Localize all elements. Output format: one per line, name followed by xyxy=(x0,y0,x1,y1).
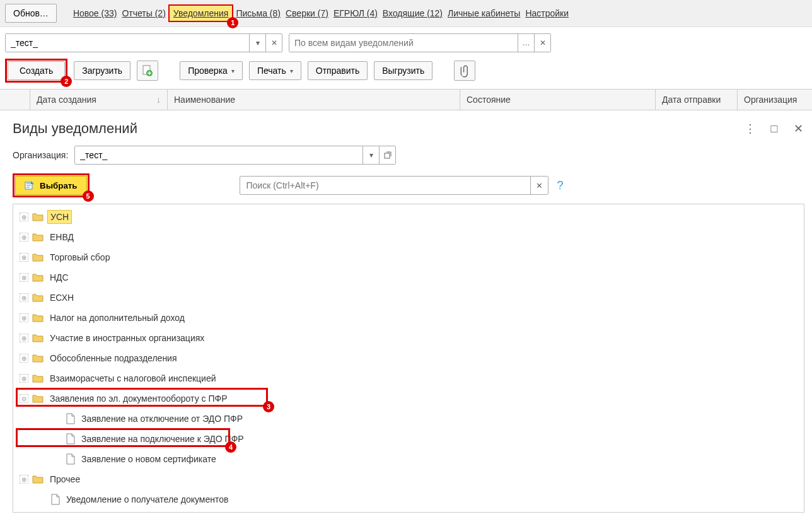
org-filter-input[interactable] xyxy=(6,34,249,52)
tree-folder[interactable]: ⊕НДС xyxy=(13,267,804,288)
expander-icon[interactable]: ⊕ xyxy=(20,233,28,242)
maximize-icon[interactable]: □ xyxy=(768,122,780,135)
tree-label: Заявление на отключение от ЭДО ПФР xyxy=(79,412,245,425)
dialog-search-input[interactable] xyxy=(240,178,530,193)
tree-label: Уведомление о получателе документов xyxy=(64,493,231,506)
expander-icon[interactable]: ⊕ xyxy=(20,293,28,302)
add-from-file-button[interactable] xyxy=(137,61,158,81)
help-icon[interactable]: ? xyxy=(557,179,564,192)
tree-folder[interactable]: ⊕Налог на дополнительный доход xyxy=(13,308,804,328)
type-filter-more[interactable]: … xyxy=(518,34,534,52)
attach-button[interactable] xyxy=(454,61,475,81)
tree-folder[interactable]: ⊕Обособленные подразделения xyxy=(13,348,804,368)
dialog-action-row: Выбрать 5 ✕ ? xyxy=(13,173,804,197)
expander-icon[interactable]: ⊕ xyxy=(20,213,28,221)
callout-5: 5 xyxy=(83,190,94,202)
nav-link-notifications[interactable]: Уведомления1 xyxy=(168,4,234,22)
send-button[interactable]: Отправить xyxy=(308,61,368,80)
export-button[interactable]: Выгрузить xyxy=(374,61,432,80)
dialog-org-field: ▾ xyxy=(74,146,396,165)
filter-row: ▾ ✕ … ✕ xyxy=(0,27,812,59)
tree-folder[interactable]: ⊕Прочее xyxy=(13,469,804,489)
type-filter: … ✕ xyxy=(289,33,551,52)
callout-4: 4 xyxy=(225,441,236,453)
dialog-org-label: Организация: xyxy=(13,150,71,160)
close-icon[interactable]: ✕ xyxy=(792,122,804,135)
select-icon xyxy=(25,180,35,190)
org-filter-clear[interactable]: ✕ xyxy=(265,34,282,52)
nav-link-reports[interactable]: Отчеты (2) xyxy=(119,8,168,18)
svg-rect-2 xyxy=(385,153,390,158)
nav-link-inbox[interactable]: Входящие (12) xyxy=(380,8,445,18)
th-date-sent[interactable]: Дата отправки xyxy=(656,90,738,110)
nav-link-cabinets[interactable]: Личные кабинеты xyxy=(445,8,523,18)
expander-icon[interactable]: ⊕ xyxy=(20,273,28,282)
toolbar: Создать 2 Загрузить Проверка Печать Отпр… xyxy=(0,59,812,89)
notification-types-dialog: Виды уведомлений ⋮ □ ✕ Организация: ▾ Вы… xyxy=(13,120,804,513)
tree-label: Заявления по эл. документообороту с ПФР xyxy=(47,392,229,405)
document-plus-icon xyxy=(142,65,153,76)
callout-3: 3 xyxy=(263,401,274,412)
load-button[interactable]: Загрузить xyxy=(74,61,130,80)
th-state[interactable]: Состояние xyxy=(460,90,656,110)
dialog-search-clear[interactable]: ✕ xyxy=(530,177,548,194)
print-button[interactable]: Печать xyxy=(249,61,301,80)
type-filter-clear[interactable]: ✕ xyxy=(534,34,550,52)
paperclip-icon xyxy=(457,62,473,78)
tree-label: Участие в иностранных организациях xyxy=(47,332,207,344)
check-button[interactable]: Проверка xyxy=(180,61,243,80)
expander-icon[interactable]: ⊕ xyxy=(20,313,28,322)
expander-icon[interactable]: ⊕ xyxy=(20,374,28,383)
update-button[interactable]: Обнов… xyxy=(5,4,57,23)
dialog-org-input[interactable] xyxy=(75,146,362,164)
dialog-title: Виды уведомлений xyxy=(13,120,137,137)
nav-link-egrul[interactable]: ЕГРЮЛ (4) xyxy=(331,8,380,18)
expander-icon[interactable]: ⊕ xyxy=(20,475,28,484)
th-name[interactable]: Наименование xyxy=(168,90,460,110)
type-filter-input[interactable] xyxy=(289,34,518,52)
nav-link-settings[interactable]: Настройки xyxy=(523,8,571,18)
th-org[interactable]: Организация xyxy=(738,90,812,110)
nav-link-new[interactable]: Новое (33) xyxy=(71,8,120,18)
tree-folder[interactable]: ⊕УСН xyxy=(13,207,804,227)
tree-item[interactable]: Заявление о новом сертификате xyxy=(13,449,804,469)
dialog-org-dropdown[interactable]: ▾ xyxy=(362,146,379,164)
tree-label: Заявление о новом сертификате xyxy=(79,453,219,465)
expander-icon[interactable]: ⊕ xyxy=(20,334,28,342)
tree-container[interactable]: ⊕УСН⊕ЕНВД⊕Торговый сбор⊕НДС⊕ЕСХН⊕Налог н… xyxy=(13,204,804,513)
tree-folder[interactable]: ⊕Торговый сбор xyxy=(13,247,804,267)
open-icon xyxy=(384,151,392,159)
tree-label: Прочее xyxy=(47,473,83,486)
tree-folder[interactable]: ⊕ЕНВД xyxy=(13,227,804,247)
tree-folder[interactable]: ⊕Участие в иностранных организациях xyxy=(13,328,804,348)
tree-label: Обособленные подразделения xyxy=(47,352,180,364)
tree-item[interactable]: Уведомление о получателе документов xyxy=(13,489,804,509)
tree-folder[interactable]: ⊕ЕСХН xyxy=(13,288,804,308)
tree-item[interactable]: Заявление на подключение к ЭДО ПФР4 xyxy=(13,429,804,449)
tree-item[interactable]: Заявление на отключение от ЭДО ПФР xyxy=(13,409,804,429)
org-filter: ▾ ✕ xyxy=(5,33,282,52)
th-date-created[interactable]: Дата создания↓ xyxy=(30,90,168,110)
nav-link-letters[interactable]: Письма (8) xyxy=(233,8,283,18)
create-button[interactable]: Создать xyxy=(8,61,65,80)
select-button[interactable]: Выбрать xyxy=(15,176,87,195)
expander-icon[interactable]: ⊕ xyxy=(20,253,28,262)
create-button-highlight: Создать 2 xyxy=(5,59,67,83)
th-icon[interactable] xyxy=(0,90,30,110)
tree-label: Торговый сбор xyxy=(47,251,112,264)
nav-link-reconcile[interactable]: Сверки (7) xyxy=(283,8,331,18)
org-filter-dropdown[interactable]: ▾ xyxy=(249,34,265,52)
dialog-org-open[interactable] xyxy=(379,146,395,164)
tree-label: ЕНВД xyxy=(47,231,76,243)
expander-icon[interactable]: ⊖ xyxy=(20,394,28,403)
expander-icon[interactable]: ⊕ xyxy=(20,354,28,363)
dialog-search: ✕ xyxy=(240,176,548,195)
table-header: Дата создания↓ Наименование Состояние Да… xyxy=(0,89,812,110)
callout-2: 2 xyxy=(61,76,72,87)
tree-label: Взаиморасчеты с налоговой инспекцией xyxy=(47,372,219,385)
tree-folder[interactable]: ⊕Взаиморасчеты с налоговой инспекцией xyxy=(13,368,804,388)
tree-label: НДС xyxy=(47,271,71,284)
tree-folder[interactable]: ⊖Заявления по эл. документообороту с ПФР… xyxy=(13,388,804,409)
more-icon[interactable]: ⋮ xyxy=(744,122,757,135)
dialog-org-row: Организация: ▾ xyxy=(13,146,804,165)
